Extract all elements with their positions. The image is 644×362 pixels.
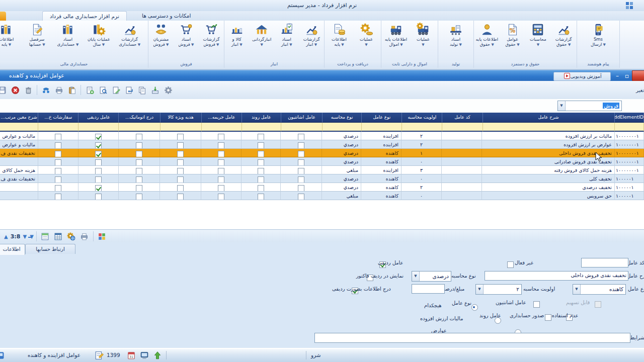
ribbon-button-2-3[interactable]: گزارشاتانبار ▼ [299,23,325,47]
filter-cell[interactable] [202,123,242,132]
chevron-down-icon[interactable]: ▼ [412,272,420,281]
grid-checkbox[interactable] [218,194,224,200]
tab-facilities-access[interactable]: امکانات و دسترسی ها [135,11,198,20]
grid-checkbox[interactable] [258,185,264,192]
grid-checkbox[interactable] [55,142,61,149]
radio-none[interactable] [471,304,478,311]
grid-cell[interactable]: ۱۰۰۰۰۰۰۰۱ [615,149,644,157]
nav-last-button[interactable]: ▼ [30,234,33,239]
grid-cell[interactable]: ۲ [401,183,442,192]
grid-cell[interactable]: ۲ [401,132,442,140]
up-arrow-icon[interactable] [153,351,162,360]
grid-checkbox[interactable] [218,168,224,174]
grid-checkbox[interactable] [95,185,102,192]
grid-checkbox[interactable] [177,168,184,174]
grid-cell[interactable]: عوارض بر ارزش افزوده [482,140,615,149]
ribbon-button-0-1[interactable]: سرفصلحسابها ▼ [25,23,50,47]
ribbon-button-0-4[interactable]: گزارشاتحسابداری ▼ [117,23,142,47]
grid-checkbox[interactable] [177,185,184,192]
grid-cell[interactable]: ۰ [401,192,442,200]
column-header[interactable]: سفارشات خ... [38,113,78,123]
eshantion-checkbox[interactable] [533,301,540,308]
color-grid-button[interactable] [96,230,108,242]
grid-cell[interactable]: مالیات بر ارزش افزوده [482,132,615,140]
ribbon-button-4-1[interactable]: عملیات ▼ [411,23,436,47]
column-header[interactable]: عامل روند [242,113,281,123]
tab-financial-accounting[interactable]: نرم افزار حسابداری مالی فرداد [42,11,127,21]
filter-cell[interactable] [0,123,38,132]
system-dropdown[interactable]: ▼ فروش [557,101,622,111]
call-button[interactable] [40,84,52,96]
grid-checkbox[interactable] [55,176,61,183]
grid-cell[interactable]: کاهنده [361,192,401,200]
grid-cell[interactable] [442,132,482,140]
grid-checkbox[interactable] [258,151,264,157]
filter-cell[interactable] [242,123,281,132]
grid-checkbox[interactable] [177,151,184,157]
grid-checkbox[interactable] [55,151,61,157]
ribbon-button-6-2[interactable]: محاسبات ▼ [525,23,550,47]
grid-cell[interactable]: درصدي [322,140,361,149]
paste-button[interactable] [66,84,78,96]
radio-vat[interactable] [495,317,501,324]
filter-cell[interactable] [160,123,202,132]
grid-checkbox[interactable] [258,168,264,174]
grid-checkbox[interactable] [298,194,304,200]
calendar-icon[interactable]: 31 [127,351,136,360]
column-header[interactable]: عامل اشانتیون [281,113,323,123]
print-button[interactable] [53,84,65,96]
cancel-button[interactable] [9,84,21,96]
grid-cell[interactable]: ۱۰۰۰۰۰۰۰۱ [615,132,644,140]
grid-cell[interactable] [442,140,482,149]
ribbon-button-1-0[interactable]: مشتریانفروش ▼ [148,23,174,47]
grid-checkbox[interactable] [136,142,142,149]
round-checkbox[interactable] [545,314,551,321]
grid-checkbox[interactable] [258,194,264,200]
app-menu-button[interactable] [0,12,6,21]
grid-cell[interactable] [0,157,38,166]
grid-cell[interactable]: ۱۰۰۰۰۰۰۰۱ [615,140,644,149]
ribbon-button-3-1[interactable]: عملیات ▼ [354,23,379,47]
grid-cell[interactable]: کاهنده [361,183,401,192]
column-header[interactable]: عامل جریمه... [202,113,242,123]
grid-cell[interactable]: افزاینده [361,166,401,174]
grid-cell[interactable]: ۱ [401,149,442,157]
ribbon-button-0-0[interactable]: اطلاعاتپایه ▼ [0,23,19,47]
grid-cell[interactable]: کاهنده [361,149,401,157]
column-header[interactable]: عامل ردیفی [78,113,119,123]
grid-checkbox[interactable] [177,142,184,149]
column-header[interactable]: نوع عامل [362,113,402,123]
grid-checkbox[interactable] [95,194,102,200]
filter-cell[interactable] [38,123,78,132]
grid-cell[interactable]: تخفیفات نقدی ف [0,174,38,183]
grid-cell[interactable]: حق سرویس [482,192,615,200]
grid-checkbox[interactable] [298,176,304,183]
ribbon-button-6-0[interactable]: اطلاعات پایهحقوق ▼ [474,23,500,47]
table-row[interactable]: تخفیفات نقدی فدرصديکاهنده۱تخفیف نقدی فرو… [0,149,644,157]
grid-cell[interactable]: افزاینده [361,132,401,140]
filter-cell[interactable] [281,123,323,132]
search-document-button[interactable] [97,84,109,96]
grid-checkbox[interactable] [258,176,264,183]
window-grid-icon[interactable] [625,2,633,10]
grid-checkbox[interactable] [258,142,264,149]
nav-down-button[interactable]: ▼ [23,234,27,239]
grid-cell[interactable]: تخفیف درصدی [482,183,615,192]
grid-checkbox[interactable] [258,134,264,140]
grid-cell[interactable]: مالیات و عوارض [0,140,38,149]
app-icon-fragment[interactable] [0,351,6,360]
grid-checkbox[interactable] [95,151,102,157]
nav-up-button[interactable]: ▲ [4,234,8,239]
grid-checkbox[interactable] [55,194,61,200]
grid-cell[interactable]: ۰ [401,174,442,183]
ribbon-button-2-2[interactable]: اسنادانبار ▼ [274,23,299,47]
document-pencil-icon[interactable] [95,351,104,360]
inactive-checkbox[interactable] [507,261,514,268]
grid-checkbox[interactable] [55,159,61,166]
ribbon-button-1-1[interactable]: اسنادفروش ▼ [174,23,199,47]
grid-cell[interactable] [442,157,482,166]
copy-document-button[interactable] [136,84,148,96]
description-field[interactable]: تخفیف نقدی فروش داخلی [485,271,628,281]
grid-cell[interactable]: درصدي [322,149,361,157]
form-view-button[interactable] [39,230,51,242]
